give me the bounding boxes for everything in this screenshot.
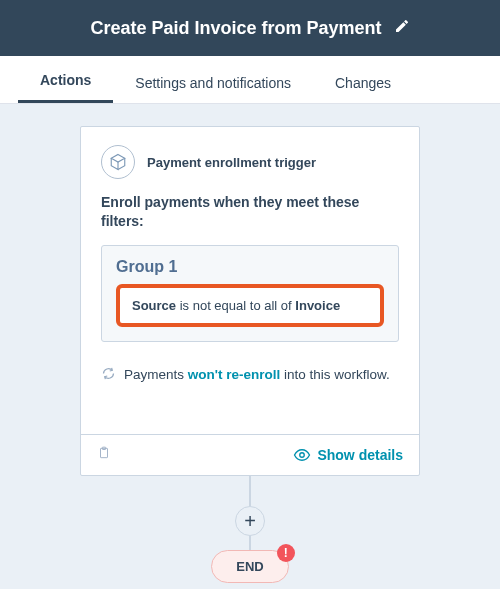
edit-title-icon[interactable] [394, 18, 410, 38]
trigger-title: Payment enrollment trigger [147, 155, 316, 170]
reenroll-text: Payments won't re-enroll into this workf… [124, 367, 390, 382]
page-title: Create Paid Invoice from Payment [90, 18, 381, 39]
filter-field: Source [132, 298, 176, 313]
tab-settings[interactable]: Settings and notifications [113, 75, 313, 103]
filter-value: Invoice [295, 298, 340, 313]
tab-changes[interactable]: Changes [313, 75, 413, 103]
workflow-canvas: Payment enrollment trigger Enroll paymen… [0, 104, 500, 583]
trigger-card-body: Payment enrollment trigger Enroll paymen… [81, 127, 419, 434]
trigger-header-row: Payment enrollment trigger [101, 145, 399, 179]
eye-icon [293, 446, 311, 464]
payment-cube-icon [101, 145, 135, 179]
show-details-label: Show details [317, 447, 403, 463]
tab-actions[interactable]: Actions [18, 72, 113, 103]
filter-group-title: Group 1 [116, 258, 384, 276]
flow-connector [249, 536, 251, 550]
filter-condition-highlight: Source is not equal to all of Invoice [116, 284, 384, 327]
tabs-bar: Actions Settings and notifications Chang… [0, 56, 500, 104]
trigger-description: Enroll payments when they meet these fil… [101, 193, 399, 231]
reenroll-prefix: Payments [124, 367, 188, 382]
filter-group: Group 1 Source is not equal to all of In… [101, 245, 399, 342]
alert-badge-icon[interactable]: ! [277, 544, 295, 562]
reenroll-row: Payments won't re-enroll into this workf… [101, 366, 399, 384]
reenroll-suffix: into this workflow. [280, 367, 390, 382]
reenroll-link[interactable]: won't re-enroll [188, 367, 280, 382]
refresh-icon [101, 366, 116, 384]
trigger-card-footer: Show details [81, 434, 419, 475]
svg-point-2 [300, 453, 305, 458]
trigger-card[interactable]: Payment enrollment trigger Enroll paymen… [80, 126, 420, 476]
end-node[interactable]: END ! [211, 550, 288, 583]
add-step-button[interactable]: + [235, 506, 265, 536]
page-header: Create Paid Invoice from Payment [0, 0, 500, 56]
clipboard-icon[interactable] [97, 445, 111, 465]
filter-operator: is not equal to all of [176, 298, 295, 313]
flow-connector [249, 476, 251, 506]
show-details-button[interactable]: Show details [293, 446, 403, 464]
